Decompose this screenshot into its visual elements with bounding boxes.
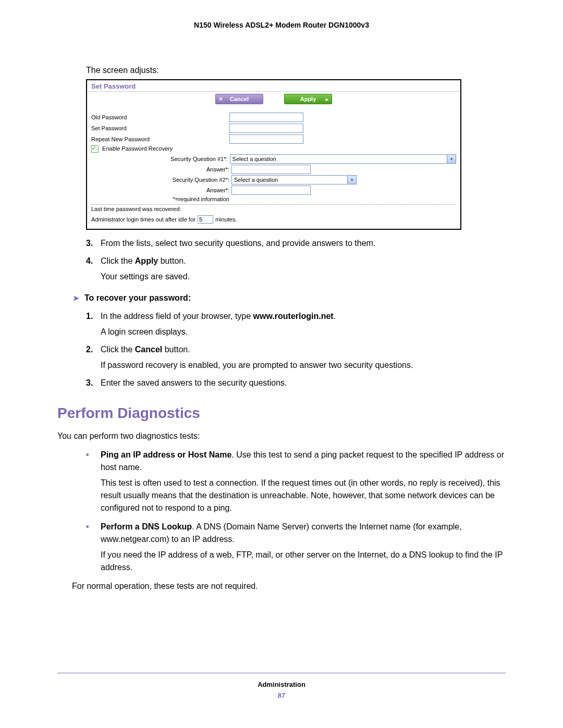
required-info-label: *=required information xyxy=(91,196,231,202)
steps-list-2: 1. In the address field of your browser,… xyxy=(86,310,506,389)
chevron-down-icon: ▾ xyxy=(347,176,356,184)
sq2-label: Security Question #2*: xyxy=(91,177,231,183)
triangle-right-icon: ➤ xyxy=(73,294,79,302)
procedure-heading: ➤ To recover your password: xyxy=(73,293,506,303)
bullet-text: Perform a DNS Lookup. A DNS (Domain Name… xyxy=(101,521,506,574)
set-password-input[interactable] xyxy=(229,124,303,133)
old-password-input[interactable] xyxy=(229,113,303,122)
bullet-icon: • xyxy=(86,521,101,574)
footer-rule xyxy=(57,673,506,673)
chevron-down-icon: ▾ xyxy=(447,155,456,163)
step-text: From the lists, select two security ques… xyxy=(101,237,506,250)
step-text: In the address field of your browser, ty… xyxy=(101,310,506,338)
doc-header: N150 Wireless ADSL2+ Modem Router DGN100… xyxy=(57,21,506,29)
footer-page-number: 87 xyxy=(57,692,506,699)
sq1-select[interactable]: Select a question ▾ xyxy=(230,154,456,164)
set-password-screenshot: Set Password Cancel Apply Old Password S… xyxy=(86,79,461,230)
answer2-input[interactable] xyxy=(231,186,311,195)
timeout-input[interactable]: 5 xyxy=(198,215,213,224)
section-heading: Perform Diagnostics xyxy=(57,405,506,422)
set-password-label: Set Password xyxy=(91,125,229,131)
timeout-label-pre: Administrator login times out after idle… xyxy=(91,216,195,223)
step-text: Click the Apply button. Your settings ar… xyxy=(101,255,506,283)
answer1-input[interactable] xyxy=(231,165,311,174)
answer1-label: Answer*: xyxy=(91,166,231,172)
intro-text: The screen adjusts: xyxy=(86,66,506,75)
step-text: Click the Cancel button. If password rec… xyxy=(101,343,506,372)
old-password-label: Old Password xyxy=(91,114,229,120)
last-recovered-label: Last time password was recovered: xyxy=(91,206,456,212)
step-text: Enter the saved answers to the security … xyxy=(101,377,506,389)
repeat-password-label: Repeat New Password xyxy=(91,136,229,142)
bullet-text: Ping an IP address or Host Name. Use thi… xyxy=(101,449,506,514)
enable-recovery-label: Enable Password Recovery xyxy=(102,145,173,152)
enable-recovery-checkbox[interactable] xyxy=(91,145,99,153)
footer-section: Administration xyxy=(57,681,506,688)
apply-button[interactable]: Apply xyxy=(284,94,332,104)
sq2-select[interactable]: Select a question ▾ xyxy=(231,175,357,184)
section-outro: For normal operation, these tests are no… xyxy=(72,580,506,593)
cancel-button[interactable]: Cancel xyxy=(215,94,263,104)
answer2-label: Answer*: xyxy=(91,187,231,193)
bullet-icon: • xyxy=(86,449,101,514)
diagnostics-list: • Ping an IP address or Host Name. Use t… xyxy=(86,449,506,574)
steps-list-1: 3. From the lists, select two security q… xyxy=(86,237,506,283)
timeout-label-post: minutes. xyxy=(215,216,237,223)
panel-title: Set Password xyxy=(87,80,460,92)
section-intro: You can perform two diagnostics tests: xyxy=(57,430,506,442)
repeat-password-input[interactable] xyxy=(229,134,303,144)
sq1-label: Security Question #1*: xyxy=(91,156,230,162)
